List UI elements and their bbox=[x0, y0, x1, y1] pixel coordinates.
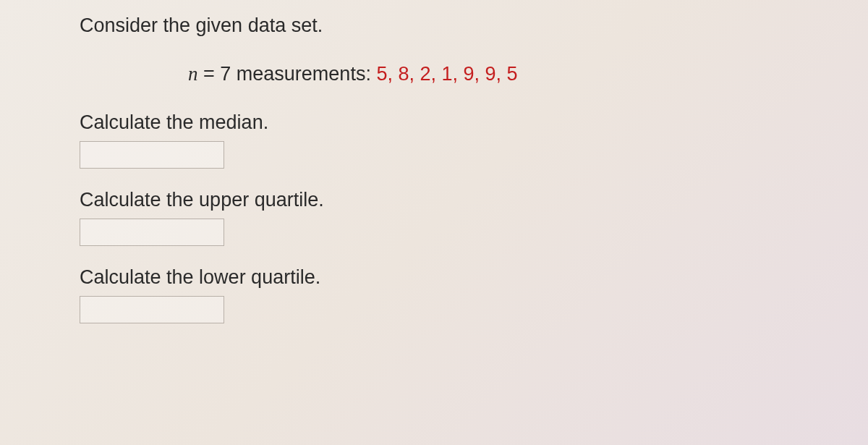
median-input[interactable] bbox=[80, 141, 224, 169]
question-median: Calculate the median. bbox=[80, 111, 788, 169]
equals-sign: = bbox=[198, 63, 221, 85]
lower-quartile-input[interactable] bbox=[80, 296, 224, 323]
intro-text: Consider the given data set. bbox=[80, 14, 788, 37]
equation-line: n = 7 measurements: 5, 8, 2, 1, 9, 9, 5 bbox=[80, 63, 788, 85]
count-value: 7 bbox=[220, 63, 231, 85]
upper-quartile-input[interactable] bbox=[80, 219, 224, 246]
question-prompt: Calculate the lower quartile. bbox=[80, 266, 788, 289]
variable-n: n bbox=[188, 63, 198, 85]
question-prompt: Calculate the upper quartile. bbox=[80, 189, 788, 211]
question-upper-quartile: Calculate the upper quartile. bbox=[80, 189, 788, 246]
data-values: 5, 8, 2, 1, 9, 9, 5 bbox=[376, 63, 517, 85]
question-prompt: Calculate the median. bbox=[80, 111, 788, 134]
question-content: Consider the given data set. n = 7 measu… bbox=[80, 14, 788, 323]
measurements-label: measurements: bbox=[231, 63, 376, 85]
question-lower-quartile: Calculate the lower quartile. bbox=[80, 266, 788, 323]
